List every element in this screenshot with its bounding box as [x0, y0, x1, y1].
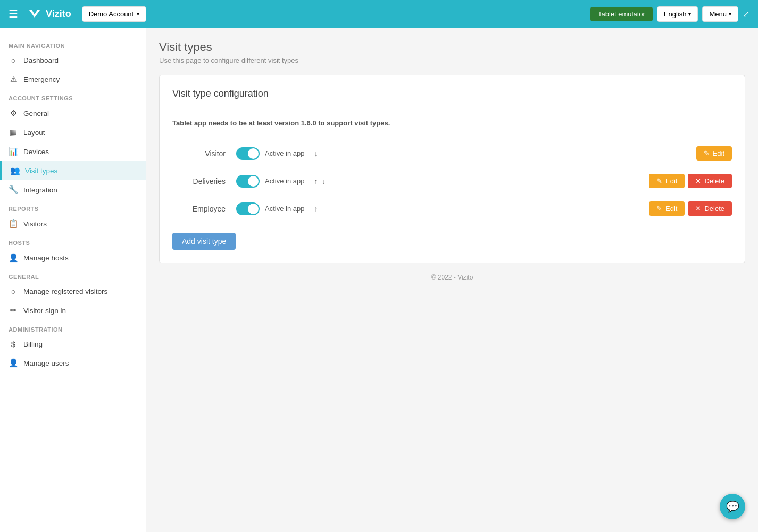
toggle-deliveries[interactable]: [236, 175, 260, 188]
sidebar-item-label: Devices: [23, 148, 49, 156]
hosts-label: Hosts: [0, 233, 146, 248]
delete-button-deliveries[interactable]: ✕ Delete: [688, 174, 732, 188]
arrow-up-employee[interactable]: ↑: [313, 204, 319, 214]
sidebar-item-label: Visitor sign in: [23, 307, 66, 315]
registered-visitors-icon: ○: [9, 287, 18, 296]
toggle-label-visitor: Active in app: [265, 149, 304, 157]
sidebar-item-visitors[interactable]: 📋 Visitors: [0, 214, 146, 233]
footer-text: © 2022 - Vizito: [431, 274, 473, 281]
sidebar-item-label: Manage hosts: [23, 254, 69, 262]
administration-label: Administration: [0, 320, 146, 335]
page-title: Visit types: [159, 40, 745, 54]
sidebar-item-label: General: [23, 109, 49, 117]
sidebar-item-devices[interactable]: 📊 Devices: [0, 142, 146, 161]
toggle-wrapper-visitor: Active in app: [236, 147, 304, 160]
sidebar-item-label: Emergency: [23, 75, 60, 83]
emergency-icon: ⚠: [9, 74, 18, 84]
delete-label: Delete: [704, 205, 724, 213]
sidebar-item-manage-users[interactable]: 👤 Manage users: [0, 353, 146, 373]
edit-button-deliveries[interactable]: ✎ Edit: [649, 174, 685, 188]
visitors-icon: 📋: [9, 219, 18, 229]
arrow-down-deliveries[interactable]: ↓: [321, 176, 327, 187]
page-subtitle: Use this page to configure different vis…: [159, 56, 745, 64]
english-label: English: [664, 10, 687, 18]
devices-icon: 📊: [9, 147, 18, 156]
sidebar-item-manage-registered-visitors[interactable]: ○ Manage registered visitors: [0, 282, 146, 301]
sidebar-item-dashboard[interactable]: ○ Dashboard: [0, 51, 146, 70]
sidebar-item-visit-types[interactable]: 👥 Visit types: [0, 161, 146, 180]
header: ☰ Vizito Demo Account ▾ Tablet emulator …: [0, 0, 758, 28]
arrow-down-visitor[interactable]: ↓: [313, 148, 319, 159]
menu-button[interactable]: Menu ▾: [702, 6, 738, 22]
sidebar-item-billing[interactable]: $ Billing: [0, 335, 146, 353]
edit-button-employee[interactable]: ✎ Edit: [649, 201, 685, 216]
edit-label: Edit: [665, 205, 677, 213]
visitor-sign-in-icon: ✏: [9, 306, 18, 315]
dashboard-icon: ○: [9, 56, 18, 65]
add-visit-type-button[interactable]: Add visit type: [172, 233, 236, 250]
order-arrows-employee: ↑: [313, 204, 334, 214]
footer: © 2022 - Vizito: [159, 263, 745, 292]
edit-button-visitor[interactable]: ✎ Edit: [696, 146, 732, 161]
visit-types-icon: 👥: [10, 166, 20, 175]
row-actions-employee: ✎ Edit ✕ Delete: [649, 201, 732, 216]
toggle-wrapper-employee: Active in app: [236, 202, 304, 215]
sidebar-item-visitor-sign-in[interactable]: ✏ Visitor sign in: [0, 301, 146, 320]
expand-button[interactable]: ⤢: [743, 9, 749, 19]
edit-icon: ✎: [704, 149, 710, 157]
billing-icon: $: [9, 340, 18, 349]
account-button[interactable]: Demo Account ▾: [82, 6, 147, 22]
visit-type-row-employee: Employee Active in app ↑ ✎ Edit ✕ Delete: [172, 195, 732, 222]
visit-type-name-visitor: Visitor: [172, 149, 236, 158]
integration-icon: 🔧: [9, 185, 18, 195]
logo-text: Vizito: [46, 9, 71, 20]
chat-bubble[interactable]: 💬: [720, 494, 745, 519]
menu-caret-icon: ▾: [729, 11, 731, 17]
delete-icon: ✕: [695, 177, 701, 185]
visit-type-row-deliveries: Deliveries Active in app ↑ ↓ ✎ Edit ✕: [172, 167, 732, 195]
arrow-up-deliveries[interactable]: ↑: [313, 176, 319, 187]
hamburger-button[interactable]: ☰: [9, 7, 18, 20]
edit-icon: ✎: [656, 177, 662, 185]
visit-type-card: Visit type configuration Tablet app need…: [159, 75, 745, 263]
row-actions-deliveries: ✎ Edit ✕ Delete: [649, 174, 732, 188]
delete-button-employee[interactable]: ✕ Delete: [688, 201, 732, 216]
toggle-visitor[interactable]: [236, 147, 260, 160]
sidebar-item-label: Layout: [23, 129, 45, 137]
sidebar-item-label: Billing: [23, 340, 43, 348]
manage-users-icon: 👤: [9, 358, 18, 368]
layout: Main Navigation ○ Dashboard ⚠ Emergency …: [0, 28, 758, 532]
sidebar-item-layout[interactable]: ▦ Layout: [0, 123, 146, 142]
layout-icon: ▦: [9, 128, 18, 137]
sidebar-item-label: Visit types: [25, 167, 57, 175]
visit-type-name-deliveries: Deliveries: [172, 177, 236, 185]
order-arrows-visitor: ↓: [313, 148, 334, 159]
sidebar-item-integration[interactable]: 🔧 Integration: [0, 180, 146, 199]
gear-icon: ⚙: [9, 108, 18, 118]
svg-marker-0: [29, 10, 40, 18]
main-content: Visit types Use this page to configure d…: [146, 28, 758, 532]
header-right: Tablet emulator English ▾ Menu ▾ ⤢: [590, 6, 749, 22]
account-settings-label: Account settings: [0, 89, 146, 104]
card-title: Visit type configuration: [172, 88, 732, 108]
sidebar-item-label: Manage users: [23, 359, 69, 367]
visit-type-row-visitor: Visitor Active in app ↓ ✎ Edit: [172, 140, 732, 167]
sidebar-item-label: Manage registered visitors: [23, 288, 107, 295]
sidebar-item-emergency[interactable]: ⚠ Emergency: [0, 70, 146, 89]
toggle-employee[interactable]: [236, 202, 260, 215]
visit-type-name-employee: Employee: [172, 205, 236, 213]
sidebar-item-general[interactable]: ⚙ General: [0, 104, 146, 123]
toggle-label-employee: Active in app: [265, 205, 304, 213]
tablet-emulator-button[interactable]: Tablet emulator: [590, 7, 653, 21]
sidebar-item-manage-hosts[interactable]: 👤 Manage hosts: [0, 248, 146, 267]
row-actions-visitor: ✎ Edit: [696, 146, 732, 161]
menu-label: Menu: [709, 10, 727, 18]
general-label: General: [0, 267, 146, 282]
toggle-wrapper-deliveries: Active in app: [236, 175, 304, 188]
chat-icon: 💬: [726, 500, 739, 513]
english-button[interactable]: English ▾: [657, 6, 698, 22]
reports-label: Reports: [0, 199, 146, 214]
notice-text: Tablet app needs to be at least version …: [172, 119, 732, 127]
delete-icon: ✕: [695, 205, 701, 213]
sidebar: Main Navigation ○ Dashboard ⚠ Emergency …: [0, 28, 146, 532]
